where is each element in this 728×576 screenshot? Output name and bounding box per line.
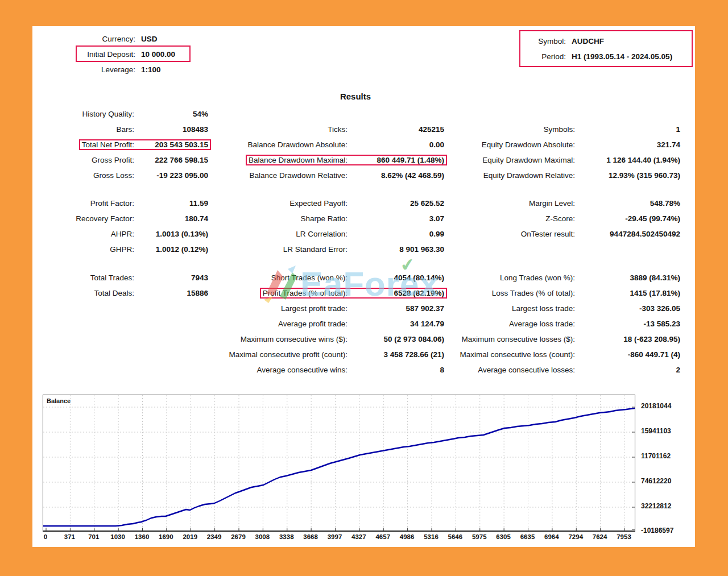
stat-value: 15886 [134, 289, 208, 297]
x-axis-tick-label: 4327 [346, 533, 371, 540]
stat-row: Average loss trade:-13 585.23 [452, 316, 683, 331]
stat-pair: Expected Payoff:25 625.52 [287, 198, 447, 209]
stat-row: Sharpe Ratio:3.07 [225, 211, 447, 226]
stats-col2-group-1: Expected Payoff:25 625.52Sharpe Ratio:3.… [225, 196, 447, 257]
stat-pair: Largest loss trade:-303 326.05 [509, 303, 683, 314]
stat-pair: Maximum consecutive losses ($):18 (-623 … [458, 334, 683, 345]
stat-pair: Margin Level:548.78% [526, 198, 683, 209]
stat-pair: Profit Factor:11.59 [88, 198, 211, 209]
x-axis-tick-label: 701 [81, 533, 106, 540]
stat-label: Maximal consecutive loss (count): [460, 350, 575, 359]
stat-label: LR Correlation: [296, 230, 348, 238]
stat-row: Equity Drawdown Relative:12.93% (315 960… [452, 168, 683, 183]
stat-pair: Gross Loss:-19 223 095.00 [90, 170, 211, 181]
stat-pair: LR Correlation:0.99 [293, 229, 447, 239]
stat-row: Total Net Profit:203 543 503.15 [43, 137, 211, 152]
y-axis-tick-label: 15941103 [641, 427, 671, 435]
stat-row: Gross Loss:-19 223 095.00 [43, 168, 211, 183]
y-axis-tick-label: -10186597 [641, 527, 673, 534]
x-axis-tick-label: 7294 [563, 533, 588, 540]
stat-label: Sharpe Ratio: [300, 214, 348, 223]
x-axis-tick-label: 1030 [105, 533, 130, 540]
initial-deposit-value: 10 000.00 [141, 50, 175, 59]
stat-row: AHPR:1.0013 (0.13%) [43, 226, 211, 242]
stats-col2-group-2: Short Trades (won %):4054 (80.14%)Profit… [225, 270, 447, 378]
x-axis-tick-label: 5646 [442, 533, 468, 540]
stat-label: Total Deals: [94, 289, 134, 297]
stat-label: Average profit trade: [278, 320, 348, 328]
stat-label: History Quality: [82, 110, 134, 118]
stat-value: 34 124.79 [348, 320, 444, 328]
stat-row: Equity Drawdown Absolute:321.74 [452, 137, 683, 152]
stat-row: Average profit trade:34 124.79 [225, 316, 447, 331]
stat-row: Long Trades (won %):3889 (84.31%) [452, 270, 683, 285]
stat-value: 3 458 728.66 (21) [348, 350, 444, 359]
stat-label: OnTester result: [521, 230, 575, 238]
x-axis-tick-label: 5975 [467, 533, 492, 540]
balance-curve [43, 408, 635, 526]
stat-pair: Total Deals:15886 [91, 288, 211, 299]
stat-row: Loss Trades (% of total):1415 (17.81%) [452, 285, 683, 301]
stat-label: Profit Factor: [90, 199, 134, 208]
currency-row: Currency: USD [43, 31, 282, 47]
stat-value: 203 543 503.15 [134, 140, 208, 149]
stat-row: Largest loss trade:-303 326.05 [452, 301, 683, 316]
stat-pair: Maximal consecutive loss (count):-860 44… [457, 349, 683, 360]
stat-pair: Maximal consecutive profit (count):3 458… [226, 349, 447, 360]
stat-row: GHPR:1.0012 (0.12%) [43, 242, 211, 257]
x-axis-tick-label: 4657 [370, 533, 395, 540]
stat-label: Balance Drawdown Maximal: [249, 156, 348, 164]
stat-pair: Recovery Factor:180.74 [73, 213, 211, 224]
stat-pair: Equity Drawdown Absolute:321.74 [479, 139, 683, 150]
y-axis-tick-label: 11701162 [641, 452, 671, 460]
balance-chart [43, 395, 635, 532]
stat-label: Average consecutive losses: [478, 366, 575, 374]
stat-pair: Average loss trade:-13 585.23 [506, 318, 683, 329]
stat-pair: Average profit trade:34 124.79 [275, 318, 447, 329]
balance-chart-canvas [43, 395, 635, 531]
stats-col3-group-2: Long Trades (won %):3889 (84.31%)Loss Tr… [452, 270, 683, 378]
x-axis-tick-label: 4986 [395, 533, 420, 540]
stat-row: Profit Trades (% of total):6528 (82.19%) [225, 285, 447, 301]
y-axis-tick-label: 74612220 [641, 477, 671, 485]
stat-row: Short Trades (won %):4054 (80.14%) [225, 270, 447, 285]
stat-pair-highlighted: Balance Drawdown Maximal:860 449.71 (1.4… [246, 155, 447, 165]
stat-value: 3889 (84.31%) [575, 274, 680, 282]
stats-col1-group-2: Total Trades:7943Total Deals:15886 [43, 270, 211, 301]
period-value: H1 (1993.05.14 - 2024.05.05) [572, 52, 672, 61]
stat-row: Ticks:425215 [225, 122, 447, 137]
stat-value: 860 449.71 (1.48%) [348, 156, 444, 164]
stat-row: Maximal consecutive loss (count):-860 44… [452, 347, 683, 362]
stat-row: Balance Drawdown Maximal:860 449.71 (1.4… [225, 152, 447, 168]
stat-pair-highlighted: Profit Trades (% of total):6528 (82.19%) [260, 288, 447, 299]
stat-value: 548.78% [575, 199, 680, 208]
stat-row: Recovery Factor:180.74 [43, 211, 211, 226]
stat-value: 1.0013 (0.13%) [134, 230, 208, 238]
stat-pair: History Quality:54% [79, 109, 211, 119]
stats-col1-group-0: History Quality:54%Bars:108483Total Net … [43, 106, 211, 183]
leverage-value: 1:100 [141, 65, 161, 74]
stat-row: Maximum consecutive losses ($):18 (-623 … [452, 331, 683, 347]
stat-label: LR Standard Error: [283, 245, 348, 254]
stat-pair: Total Trades:7943 [88, 272, 211, 283]
stat-row: Gross Profit:222 766 598.15 [43, 152, 211, 168]
symbol-value: AUDCHF [572, 37, 604, 45]
x-axis-tick-label: 1690 [154, 533, 179, 540]
stat-row: History Quality:54% [43, 106, 211, 122]
x-axis-tick-label: 3997 [322, 533, 348, 540]
stat-pair: Equity Drawdown Relative:12.93% (315 960… [481, 170, 683, 181]
y-axis-tick-label: 20181044 [641, 402, 671, 410]
stat-label: Short Trades (won %): [271, 274, 348, 282]
stat-pair: Average consecutive losses:2 [475, 364, 683, 375]
period-row: Period: H1 (1993.05.14 - 2024.05.05) [526, 49, 691, 64]
stat-label: GHPR: [110, 245, 134, 254]
stats-col3-group-0: Symbols:1Equity Drawdown Absolute:321.74… [452, 122, 683, 183]
stat-row: Symbols:1 [452, 122, 683, 137]
x-axis-tick-label: 7953 [611, 533, 636, 540]
stat-label: Loss Trades (% of total): [492, 289, 575, 297]
stat-label: Maximum consecutive losses ($): [461, 335, 575, 343]
currency-value: USD [141, 35, 158, 43]
stat-row: Profit Factor:11.59 [43, 196, 211, 211]
stat-row: Maximum consecutive wins ($):50 (2 973 0… [225, 331, 447, 347]
x-axis-tick-label: 371 [57, 533, 82, 540]
